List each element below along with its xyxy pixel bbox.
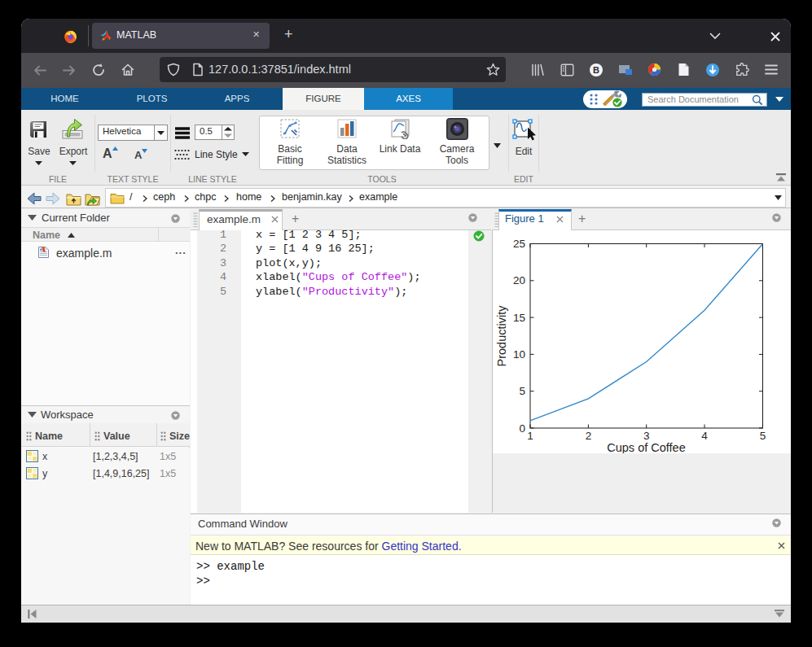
svg-text:15: 15 [513, 312, 525, 324]
svg-text:4: 4 [701, 430, 708, 442]
svg-text:B: B [593, 65, 599, 75]
svg-text:20: 20 [513, 274, 525, 286]
svg-text:Productivity: Productivity [495, 305, 508, 367]
svg-text:1: 1 [527, 430, 533, 442]
svg-text:5: 5 [519, 385, 525, 397]
svg-text:5: 5 [760, 430, 766, 442]
svg-text:10: 10 [513, 348, 525, 361]
svg-text:0: 0 [519, 422, 525, 435]
svg-text:25: 25 [513, 238, 525, 250]
svg-text:2: 2 [586, 430, 592, 442]
svg-text:Cups of Coffee: Cups of Coffee [607, 441, 685, 454]
